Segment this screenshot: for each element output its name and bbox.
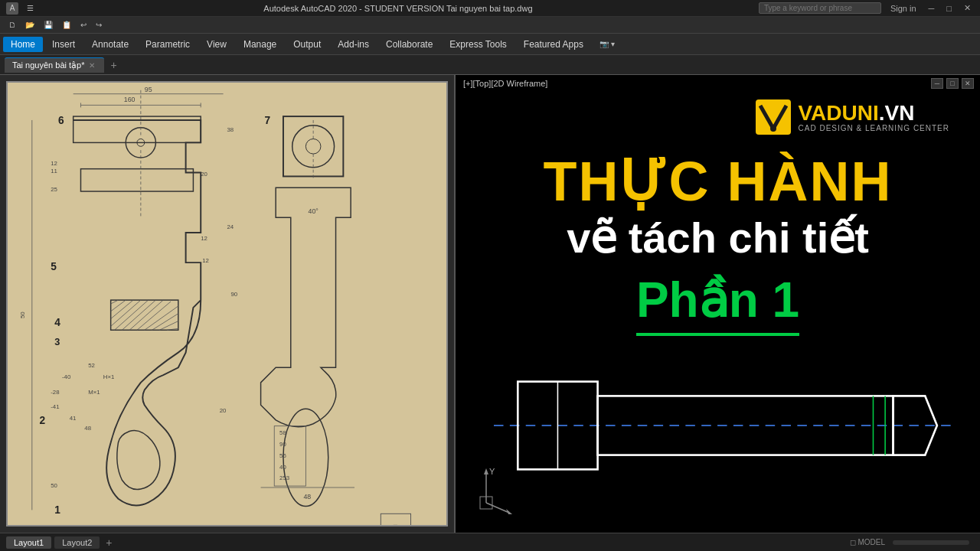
model-indicator: ◻ MODEL <box>850 538 885 546</box>
minimize-button[interactable]: ─ <box>926 4 938 13</box>
viewport-restore-btn[interactable]: □ <box>946 78 959 89</box>
svg-text:12: 12 <box>51 160 57 167</box>
tab-label: Tai nguyên bài tập* <box>12 60 84 70</box>
cad-drawing-area: 6 5 4 3 2 1 7 160 95 38 24 <box>6 81 448 527</box>
logo-area: VADUNI.VN CAD DESIGN & LEARNING CENTER <box>754 98 949 136</box>
quick-access-btn-saveas[interactable]: 📋 <box>58 20 75 30</box>
svg-text:12: 12 <box>202 257 209 264</box>
svg-text:M×1: M×1 <box>88 389 100 396</box>
menu-item-insert[interactable]: Insert <box>44 37 83 52</box>
svg-text:4: 4 <box>54 317 60 328</box>
svg-text:48: 48 <box>84 425 91 432</box>
svg-text:1: 1 <box>54 504 60 516</box>
coordinate-axes-svg: Y <box>471 461 517 514</box>
svg-text:58: 58 <box>279 429 286 436</box>
titlebar-menu-btn[interactable]: ☰ <box>23 3 38 13</box>
viewport-minimize-btn[interactable]: ─ <box>931 78 943 89</box>
quick-access-btn-save[interactable]: 💾 <box>40 20 57 30</box>
search-input[interactable] <box>759 2 881 14</box>
title-line2: vẽ tách chi tiết <box>456 212 980 263</box>
layout-tab-1[interactable]: Layout1 <box>6 536 51 549</box>
title-line1: THỰC HÀNH <box>456 152 980 212</box>
svg-line-82 <box>486 503 509 513</box>
menu-item-home[interactable]: Home <box>3 37 43 52</box>
menu-item-addins[interactable]: Add-ins <box>330 37 377 52</box>
svg-text:24: 24 <box>227 223 234 230</box>
svg-text:38: 38 <box>227 126 234 133</box>
svg-rect-4 <box>111 300 178 330</box>
svg-text:95: 95 <box>145 86 152 93</box>
svg-point-19 <box>305 139 321 154</box>
svg-text:48: 48 <box>303 493 311 500</box>
svg-text:40: 40 <box>279 464 286 471</box>
svg-text:253: 253 <box>279 474 290 481</box>
left-viewport: 6 5 4 3 2 1 7 160 95 38 24 <box>0 75 456 533</box>
svg-text:-41: -41 <box>51 403 59 410</box>
svg-rect-1 <box>80 169 193 191</box>
svg-text:7: 7 <box>264 115 270 126</box>
quick-access-btn-undo[interactable]: ↩ <box>77 20 90 30</box>
logo-subtitle: CAD DESIGN & LEARNING CENTER <box>799 124 949 132</box>
quick-access-btn-redo[interactable]: ↪ <box>92 20 106 30</box>
navigation-bar <box>893 540 969 545</box>
main-area: 6 5 4 3 2 1 7 160 95 38 24 <box>0 75 980 533</box>
close-button[interactable]: ✕ <box>961 3 974 13</box>
tab-close-button[interactable]: ✕ <box>87 61 96 70</box>
svg-text:H×1: H×1 <box>103 373 115 380</box>
viewport-close-btn[interactable]: ✕ <box>962 78 974 89</box>
right-viewport: [+][Top][2D Wireframe] ─ □ ✕ VADUNI.VN C… <box>456 75 980 533</box>
svg-text:20: 20 <box>220 407 227 414</box>
svg-text:-28: -28 <box>51 389 60 396</box>
svg-marker-80 <box>484 468 488 474</box>
svg-line-11 <box>129 300 163 330</box>
tab-drawing[interactable]: Tai nguyên bài tập* ✕ <box>5 57 104 73</box>
svg-text:52: 52 <box>88 362 95 369</box>
new-tab-button[interactable]: + <box>106 59 121 71</box>
menu-item-manage[interactable]: Manage <box>236 37 284 52</box>
svg-text:25: 25 <box>51 186 57 193</box>
bolt-drawing-area <box>494 364 957 487</box>
logo-dot: .VN <box>879 101 915 125</box>
sign-in-button[interactable]: Sign in <box>887 4 920 13</box>
svg-text:90: 90 <box>279 441 286 448</box>
titlebar-left: A ☰ <box>6 2 38 15</box>
titlebar-title: Autodesk AutoCAD 2020 - STUDENT VERSION … <box>38 4 759 13</box>
viewport-label: [+][Top][2D Wireframe] <box>460 78 550 89</box>
quick-access-btn-new[interactable]: 🗋 <box>5 20 20 30</box>
svg-text:41: 41 <box>70 415 77 422</box>
main-title-overlay: THỰC HÀNH vẽ tách chi tiết Phần 1 <box>456 152 980 336</box>
svg-text:12: 12 <box>201 235 207 242</box>
layout-tab-2[interactable]: Layout2 <box>54 536 100 549</box>
title-line3: Phần 1 <box>636 271 799 336</box>
viewport-controls: ─ □ ✕ <box>931 78 974 89</box>
svg-text:2: 2 <box>40 415 46 426</box>
svg-line-6 <box>111 300 126 311</box>
logo-text: VADUNI.VN CAD DESIGN & LEARNING CENTER <box>799 103 949 132</box>
quick-access-btn-open[interactable]: 📂 <box>21 20 38 30</box>
cad-technical-drawing: 6 5 4 3 2 1 7 160 95 38 24 <box>8 83 446 525</box>
menu-item-annotate[interactable]: Annotate <box>84 37 136 52</box>
svg-text:50: 50 <box>19 311 26 318</box>
menu-item-parametric[interactable]: Parametric <box>138 37 198 52</box>
menu-bar: Home Insert Annotate Parametric View Man… <box>0 34 980 55</box>
toolbar-options-btn[interactable]: 📷 ▾ <box>596 39 619 49</box>
status-bar: Layout1 Layout2 + ◻ MODEL <box>0 533 980 551</box>
svg-point-71 <box>770 126 776 132</box>
restore-button[interactable]: □ <box>943 4 955 13</box>
svg-text:20: 20 <box>201 171 207 178</box>
svg-line-8 <box>111 300 141 326</box>
add-layout-button[interactable]: + <box>103 536 115 549</box>
menu-item-expresstools[interactable]: Express Tools <box>442 37 514 52</box>
svg-text:56: 56 <box>279 452 286 459</box>
vaduni-logo-icon <box>754 98 792 136</box>
app-icon: A <box>6 2 18 15</box>
menu-item-output[interactable]: Output <box>286 37 328 52</box>
bolt-drawing-svg <box>494 364 957 487</box>
quick-access-toolbar: 🗋 📂 💾 📋 ↩ ↪ <box>0 17 980 34</box>
titlebar-controls: Sign in ─ □ ✕ <box>759 2 974 14</box>
menu-item-collaborate[interactable]: Collaborate <box>378 37 440 52</box>
title-bar: A ☰ Autodesk AutoCAD 2020 - STUDENT VERS… <box>0 0 980 17</box>
menu-item-featuredapps[interactable]: Featured Apps <box>516 37 591 52</box>
svg-text:11: 11 <box>51 168 57 174</box>
menu-item-view[interactable]: View <box>199 37 234 52</box>
